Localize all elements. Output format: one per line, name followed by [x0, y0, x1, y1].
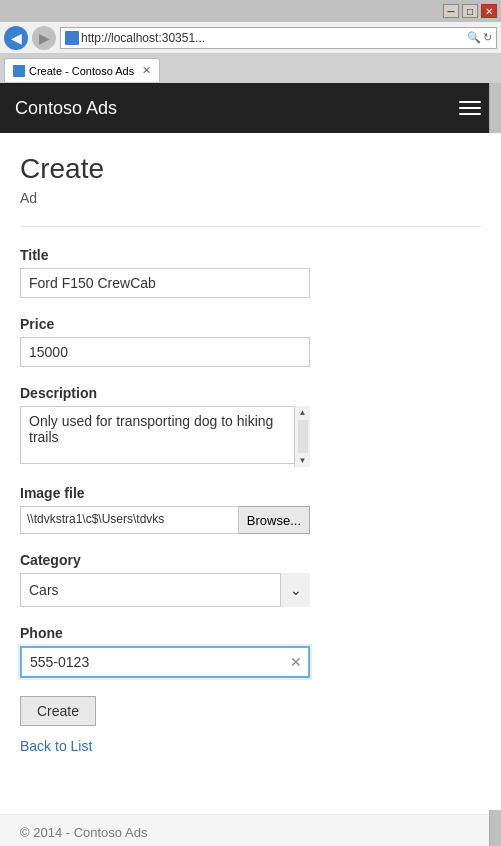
tab-favicon — [13, 65, 25, 77]
tab-bar: Create - Contoso Ads ✕ — [0, 54, 501, 82]
forward-button[interactable]: ▶ — [32, 26, 56, 50]
title-group: Title — [20, 247, 481, 298]
navbar-scrollbar[interactable] — [489, 83, 501, 133]
category-label: Category — [20, 552, 481, 568]
image-label: Image file — [20, 485, 481, 501]
category-select-wrapper: Cars Trucks SUVs Motorcycles Other ⌄ — [20, 573, 310, 607]
description-label: Description — [20, 385, 481, 401]
price-input[interactable] — [20, 337, 310, 367]
hamburger-line-1 — [459, 101, 481, 103]
page-subtitle: Ad — [20, 190, 481, 206]
footer-text: © 2014 - Contoso Ads — [20, 825, 147, 840]
phone-label: Phone — [20, 625, 481, 641]
phone-group: Phone ✕ — [20, 625, 481, 678]
maximize-button[interactable]: □ — [462, 4, 478, 18]
description-wrapper: ▲ ▼ — [20, 406, 310, 467]
image-group: Image file \\tdvkstra1\c$\Users\tdvks Br… — [20, 485, 481, 534]
refresh-icon[interactable]: ↻ — [483, 31, 492, 44]
close-button[interactable]: ✕ — [481, 4, 497, 18]
create-button[interactable]: Create — [20, 696, 96, 726]
browser-toolbar: ◀ ▶ http://localhost:30351... 🔍 ↻ — [0, 22, 501, 54]
title-label: Title — [20, 247, 481, 263]
scroll-track — [298, 420, 308, 453]
address-text: http://localhost:30351... — [81, 31, 465, 45]
page-icon — [65, 31, 79, 45]
back-button[interactable]: ◀ — [4, 26, 28, 50]
phone-clear-icon[interactable]: ✕ — [290, 654, 302, 670]
browser-chrome: ─ □ ✕ ◀ ▶ http://localhost:30351... 🔍 ↻ … — [0, 0, 501, 83]
price-group: Price — [20, 316, 481, 367]
app-brand: Contoso Ads — [15, 98, 117, 119]
tab-close-icon[interactable]: ✕ — [142, 64, 151, 77]
description-scrollbar[interactable]: ▲ ▼ — [294, 406, 310, 467]
tab-label: Create - Contoso Ads — [29, 65, 134, 77]
phone-input[interactable] — [20, 646, 310, 678]
browse-button[interactable]: Browse... — [239, 506, 310, 534]
page-footer: © 2014 - Contoso Ads — [0, 814, 501, 846]
hamburger-menu[interactable] — [454, 96, 486, 120]
minimize-button[interactable]: ─ — [443, 4, 459, 18]
hamburger-line-2 — [459, 107, 481, 109]
category-group: Category Cars Trucks SUVs Motorcycles Ot… — [20, 552, 481, 607]
description-group: Description ▲ ▼ — [20, 385, 481, 467]
file-input-wrapper: \\tdvkstra1\c$\Users\tdvks Browse... — [20, 506, 310, 534]
active-tab[interactable]: Create - Contoso Ads ✕ — [4, 58, 160, 82]
page-content: Create Ad Title Price Description ▲ ▼ Im… — [0, 133, 501, 814]
back-to-list-link[interactable]: Back to List — [20, 738, 481, 754]
search-address-icon[interactable]: 🔍 — [467, 31, 481, 44]
scroll-down-icon[interactable]: ▼ — [297, 454, 309, 467]
app-navbar: Contoso Ads — [0, 83, 501, 133]
category-select[interactable]: Cars Trucks SUVs Motorcycles Other — [20, 573, 310, 607]
footer-scrollbar[interactable] — [489, 810, 501, 846]
address-bar[interactable]: http://localhost:30351... 🔍 ↻ — [60, 27, 497, 49]
file-text-box: \\tdvkstra1\c$\Users\tdvks — [20, 506, 239, 534]
scroll-up-icon[interactable]: ▲ — [297, 406, 309, 419]
page-title: Create — [20, 153, 481, 185]
price-label: Price — [20, 316, 481, 332]
hamburger-line-3 — [459, 113, 481, 115]
description-textarea[interactable] — [20, 406, 310, 464]
title-input[interactable] — [20, 268, 310, 298]
browser-titlebar: ─ □ ✕ — [0, 0, 501, 22]
phone-wrapper: ✕ — [20, 646, 310, 678]
